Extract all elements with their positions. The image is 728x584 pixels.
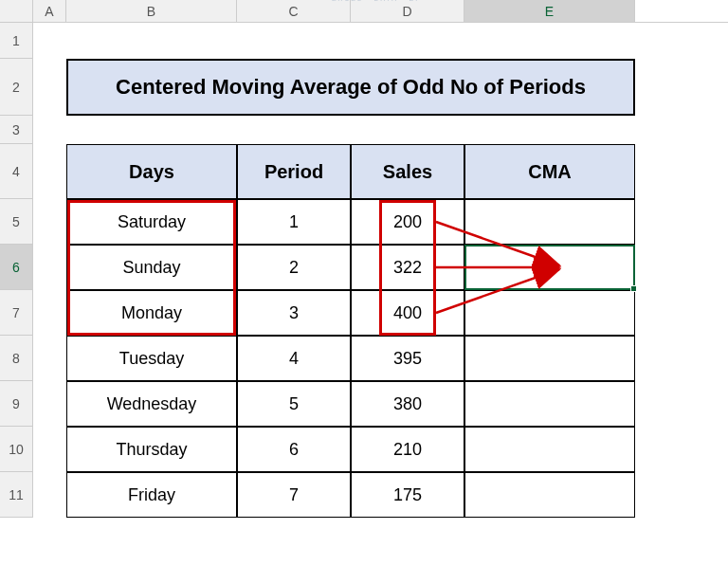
cell-D5[interactable]: 200 bbox=[351, 199, 464, 245]
colhead-B[interactable]: B bbox=[66, 0, 237, 22]
rowhead-11[interactable]: 11 bbox=[0, 472, 33, 518]
colhead-A[interactable]: A bbox=[33, 0, 66, 22]
header-cma[interactable]: CMA bbox=[464, 144, 635, 199]
cell-E11[interactable] bbox=[464, 472, 635, 518]
cell-C6[interactable]: 2 bbox=[237, 245, 351, 290]
cell-B7[interactable]: Monday bbox=[66, 290, 237, 336]
watermark: exceldemy EXCEL · DATA · BI bbox=[309, 0, 419, 2]
cell-E8[interactable] bbox=[464, 336, 635, 381]
cell-C5[interactable]: 1 bbox=[237, 199, 351, 245]
cell-C10[interactable]: 6 bbox=[237, 427, 351, 472]
rowhead-1[interactable]: 1 bbox=[0, 23, 33, 59]
rowhead-5[interactable]: 5 bbox=[0, 199, 33, 245]
row-headers: 1 2 3 4 5 6 7 8 9 10 11 bbox=[0, 23, 33, 518]
cell-D8[interactable]: 395 bbox=[351, 336, 464, 381]
rowhead-10[interactable]: 10 bbox=[0, 427, 33, 472]
column-headers: A B C D E bbox=[0, 0, 728, 23]
colhead-C[interactable]: C bbox=[237, 0, 351, 22]
select-all-corner[interactable] bbox=[0, 0, 33, 22]
cell-C7[interactable]: 3 bbox=[237, 290, 351, 336]
header-sales[interactable]: Sales bbox=[351, 144, 464, 199]
watermark-tagline: EXCEL · DATA · BI bbox=[332, 0, 419, 2]
cell-B10[interactable]: Thursday bbox=[66, 427, 237, 472]
cell-D11[interactable]: 175 bbox=[351, 472, 464, 518]
spreadsheet: A B C D E 1 2 3 4 5 6 7 8 9 10 11 Center… bbox=[0, 0, 728, 23]
colhead-E[interactable]: E bbox=[464, 0, 635, 22]
colhead-D[interactable]: D bbox=[351, 0, 464, 22]
cell-D10[interactable]: 210 bbox=[351, 427, 464, 472]
cell-C8[interactable]: 4 bbox=[237, 336, 351, 381]
cell-B5[interactable]: Saturday bbox=[66, 199, 237, 245]
cell-B8[interactable]: Tuesday bbox=[66, 336, 237, 381]
cell-E5[interactable] bbox=[464, 199, 635, 245]
cell-B6[interactable]: Sunday bbox=[66, 245, 237, 290]
cell-B9[interactable]: Wednesday bbox=[66, 381, 237, 427]
cell-E10[interactable] bbox=[464, 427, 635, 472]
cell-C11[interactable]: 7 bbox=[237, 472, 351, 518]
rowhead-4[interactable]: 4 bbox=[0, 144, 33, 199]
cell-E6[interactable] bbox=[464, 245, 635, 290]
cell-D9[interactable]: 380 bbox=[351, 381, 464, 427]
cell-D7[interactable]: 400 bbox=[351, 290, 464, 336]
rowhead-7[interactable]: 7 bbox=[0, 290, 33, 336]
rowhead-3[interactable]: 3 bbox=[0, 116, 33, 144]
cell-E9[interactable] bbox=[464, 381, 635, 427]
header-period[interactable]: Period bbox=[237, 144, 351, 199]
cell-D6[interactable]: 322 bbox=[351, 245, 464, 290]
cell-C9[interactable]: 5 bbox=[237, 381, 351, 427]
title-cell[interactable]: Centered Moving Average of Odd No of Per… bbox=[66, 59, 635, 116]
header-days[interactable]: Days bbox=[66, 144, 237, 199]
cell-E7[interactable] bbox=[464, 290, 635, 336]
rowhead-8[interactable]: 8 bbox=[0, 336, 33, 381]
rowhead-2[interactable]: 2 bbox=[0, 59, 33, 116]
rowhead-9[interactable]: 9 bbox=[0, 381, 33, 427]
rowhead-6[interactable]: 6 bbox=[0, 245, 33, 290]
cell-B11[interactable]: Friday bbox=[66, 472, 237, 518]
